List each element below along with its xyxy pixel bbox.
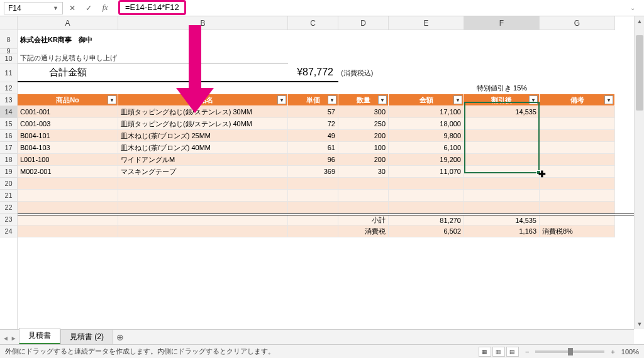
filter-icon[interactable]: ▾	[277, 95, 286, 104]
column-header[interactable]: B	[118, 16, 288, 30]
cell[interactable]: 11,070	[389, 166, 464, 178]
cell[interactable]	[464, 166, 540, 178]
table-row[interactable]: L001-100 ワイドアングルM 96 200 19,200	[18, 154, 644, 166]
cell[interactable]: 18,000	[389, 118, 464, 130]
cell[interactable]	[540, 154, 615, 166]
filter-icon[interactable]: ▾	[604, 95, 613, 104]
row-header[interactable]: 18	[0, 154, 17, 166]
filter-icon[interactable]: ▾	[108, 95, 116, 104]
name-box[interactable]: F14 ▼	[4, 2, 63, 14]
row-header[interactable]: 17	[0, 142, 17, 154]
row-header[interactable]: 10	[0, 53, 17, 63]
zoom-slider[interactable]	[535, 350, 604, 353]
fx-icon[interactable]: fx	[98, 2, 112, 14]
cell[interactable]: 96	[288, 154, 338, 166]
scroll-up-icon[interactable]: ▲	[635, 16, 644, 26]
col-header-amount[interactable]: 金額▾	[389, 94, 464, 106]
vertical-scrollbar[interactable]: ▲ ▼	[634, 16, 644, 329]
cell[interactable]: 皿木ねじ(茶/ブロンズ) 40MM	[118, 142, 288, 154]
col-header-qty[interactable]: 数量▾	[338, 94, 389, 106]
zoom-in-icon[interactable]: +	[611, 348, 614, 355]
filter-icon[interactable]: ▾	[453, 95, 462, 104]
table-row[interactable]: M002-001 マスキングテープ 369 30 11,070	[18, 166, 644, 178]
chevron-down-icon[interactable]: ▼	[53, 5, 58, 11]
cell[interactable]: 100	[338, 142, 389, 154]
cell[interactable]: 9,800	[389, 130, 464, 142]
col-header-discounted[interactable]: 割引後▾	[464, 94, 540, 106]
row-header[interactable]: 24	[0, 225, 17, 237]
tab-nav-arrows[interactable]: ◄ ►	[3, 335, 17, 342]
cell[interactable]: 200	[338, 130, 389, 142]
cell[interactable]: 300	[338, 106, 389, 118]
cell[interactable]	[464, 118, 540, 130]
cell[interactable]: ワイドアングルM	[118, 154, 288, 166]
column-header[interactable]: A	[18, 16, 118, 30]
zoom-out-icon[interactable]: −	[525, 348, 529, 355]
filter-icon[interactable]: ▾	[378, 95, 387, 104]
row-header[interactable]: 23	[0, 214, 17, 225]
col-header-no[interactable]: 商品No▾	[18, 94, 118, 106]
cell[interactable]: M002-001	[18, 166, 118, 178]
expand-formula-bar-icon[interactable]: ⌄	[625, 4, 640, 11]
cell[interactable]: 61	[288, 142, 338, 154]
select-all-corner[interactable]	[0, 16, 17, 30]
cell[interactable]	[464, 130, 540, 142]
filter-icon[interactable]: ▾	[328, 95, 336, 104]
formula-input[interactable]: =E14-E14*F12	[114, 1, 623, 15]
row-header[interactable]: 22	[0, 202, 17, 214]
cell[interactable]: 49	[288, 130, 338, 142]
row-header[interactable]: 21	[0, 190, 17, 202]
cell[interactable]: L001-100	[18, 154, 118, 166]
scrollbar-thumb[interactable]	[636, 35, 643, 111]
cell[interactable]	[464, 142, 540, 154]
row-header[interactable]: 12	[0, 82, 17, 94]
row-header[interactable]: 11	[0, 63, 17, 82]
cell[interactable]: 369	[288, 166, 338, 178]
column-header[interactable]: F	[464, 16, 540, 30]
filter-icon[interactable]: ▾	[529, 95, 538, 104]
row-header[interactable]: 14	[0, 106, 17, 118]
column-header[interactable]: D	[338, 16, 389, 30]
sheet-tab[interactable]: 見積書 (2)	[60, 329, 113, 344]
row-header[interactable]: 9	[0, 49, 17, 53]
cancel-formula-icon[interactable]: ✕	[65, 2, 79, 14]
cell[interactable]: 19,200	[389, 154, 464, 166]
col-header-name[interactable]: 商品名▾	[118, 94, 288, 106]
row-header[interactable]: 13	[0, 94, 17, 106]
cell[interactable]: 6,100	[389, 142, 464, 154]
accept-formula-icon[interactable]: ✓	[82, 2, 96, 14]
cell[interactable]	[540, 166, 615, 178]
cell[interactable]: マスキングテープ	[118, 166, 288, 178]
sheet-tab-active[interactable]: 見積書	[19, 328, 60, 344]
cell[interactable]	[540, 118, 615, 130]
cell[interactable]	[464, 154, 540, 166]
cell[interactable]	[540, 142, 615, 154]
add-sheet-icon[interactable]: ⊕	[113, 330, 127, 344]
row-header[interactable]: 15	[0, 118, 17, 130]
zoom-level[interactable]: 100%	[621, 348, 639, 355]
table-row[interactable]: C001-003 皿頭タッピングねじ(銀/ステンレス) 40MM 72 250 …	[18, 118, 644, 130]
cell[interactable]: 皿頭タッピングねじ(銀/ステンレス) 30MM	[118, 106, 288, 118]
col-header-unit[interactable]: 単価▾	[288, 94, 338, 106]
column-header[interactable]: C	[288, 16, 338, 30]
table-row[interactable]: B004-103 皿木ねじ(茶/ブロンズ) 40MM 61 100 6,100	[18, 142, 644, 154]
cell[interactable]	[540, 106, 615, 118]
column-header[interactable]: E	[389, 16, 464, 30]
page-break-view-icon[interactable]: ▤	[506, 347, 519, 357]
row-header[interactable]: 8	[0, 30, 17, 49]
scroll-down-icon[interactable]: ▼	[635, 319, 644, 329]
cell[interactable]: 30	[338, 166, 389, 178]
row-header[interactable]: 16	[0, 130, 17, 142]
cell[interactable]: 皿頭タッピングねじ(銀/ステンレス) 40MM	[118, 118, 288, 130]
table-row[interactable]	[18, 178, 644, 190]
cell[interactable]: 250	[338, 118, 389, 130]
cell[interactable]: B004-101	[18, 130, 118, 142]
table-row[interactable]	[18, 190, 644, 202]
table-row[interactable]	[18, 202, 644, 214]
active-cell[interactable]: 14,535	[464, 106, 540, 118]
cell[interactable]: C001-001	[18, 106, 118, 118]
row-header[interactable]: 20	[0, 178, 17, 190]
row-header[interactable]: 19	[0, 166, 17, 178]
cell[interactable]: B004-103	[18, 142, 118, 154]
cell[interactable]: 72	[288, 118, 338, 130]
